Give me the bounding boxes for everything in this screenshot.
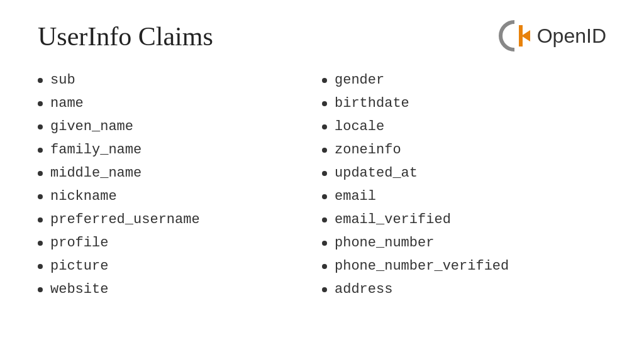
bullet-icon [38, 194, 43, 199]
claim-label: birthdate [335, 96, 409, 111]
list-item: locale [322, 119, 606, 134]
bullet-icon [38, 78, 43, 83]
claim-label: phone_number [335, 235, 434, 251]
claim-label: updated_at [335, 165, 418, 181]
claim-label: phone_number_verified [335, 258, 509, 274]
list-item: sub [38, 72, 322, 88]
bullet-icon [322, 148, 327, 153]
right-column: genderbirthdatelocalezoneinfoupdated_ate… [322, 72, 606, 305]
list-item: email_verified [322, 212, 606, 228]
bullet-icon [322, 287, 327, 292]
bullet-icon [322, 78, 327, 83]
claim-label: address [335, 282, 392, 297]
list-item: birthdate [322, 96, 606, 111]
left-claims-list: subnamegiven_namefamily_namemiddle_namen… [38, 72, 322, 297]
list-item: gender [322, 72, 606, 88]
bullet-icon [322, 124, 327, 129]
list-item: website [38, 282, 322, 297]
page: UserInfo Claims OpenID subnamegiven_name… [0, 0, 644, 362]
bullet-icon [322, 217, 327, 222]
content-area: subnamegiven_namefamily_namemiddle_namen… [38, 72, 606, 305]
list-item: email [322, 189, 606, 204]
openid-icon [497, 19, 532, 53]
list-item: profile [38, 235, 322, 251]
list-item: address [322, 282, 606, 297]
bullet-icon [38, 287, 43, 292]
openid-logo: OpenID [497, 19, 606, 53]
claim-label: zoneinfo [335, 142, 401, 158]
claim-label: given_name [50, 119, 133, 134]
logo-text: OpenID [537, 25, 606, 48]
bullet-icon [322, 194, 327, 199]
list-item: family_name [38, 142, 322, 158]
claim-label: profile [50, 235, 108, 251]
svg-marker-0 [521, 30, 530, 41]
bullet-icon [38, 171, 43, 176]
claim-label: nickname [50, 189, 117, 204]
left-column: subnamegiven_namefamily_namemiddle_namen… [38, 72, 322, 305]
bullet-icon [38, 148, 43, 153]
svg-rect-1 [519, 25, 523, 47]
bullet-icon [38, 101, 43, 106]
claim-label: gender [335, 72, 384, 88]
claim-label: middle_name [50, 165, 142, 181]
list-item: preferred_username [38, 212, 322, 228]
list-item: name [38, 96, 322, 111]
bullet-icon [322, 264, 327, 269]
bullet-icon [322, 241, 327, 246]
bullet-icon [38, 217, 43, 222]
list-item: phone_number [322, 235, 606, 251]
list-item: phone_number_verified [322, 258, 606, 274]
claim-label: preferred_username [50, 212, 200, 228]
claim-label: name [50, 96, 84, 111]
claim-label: picture [50, 258, 108, 274]
header: UserInfo Claims OpenID [38, 19, 606, 53]
claim-label: email_verified [335, 212, 451, 228]
list-item: picture [38, 258, 322, 274]
right-claims-list: genderbirthdatelocalezoneinfoupdated_ate… [322, 72, 606, 297]
bullet-icon [38, 264, 43, 269]
list-item: middle_name [38, 165, 322, 181]
claim-label: family_name [50, 142, 142, 158]
claim-label: email [335, 189, 376, 204]
bullet-icon [38, 124, 43, 129]
bullet-icon [322, 171, 327, 176]
list-item: given_name [38, 119, 322, 134]
list-item: nickname [38, 189, 322, 204]
page-title: UserInfo Claims [38, 21, 213, 52]
list-item: zoneinfo [322, 142, 606, 158]
claim-label: locale [335, 119, 384, 134]
bullet-icon [322, 101, 327, 106]
claim-label: website [50, 282, 108, 297]
bullet-icon [38, 241, 43, 246]
list-item: updated_at [322, 165, 606, 181]
claim-label: sub [50, 72, 75, 88]
